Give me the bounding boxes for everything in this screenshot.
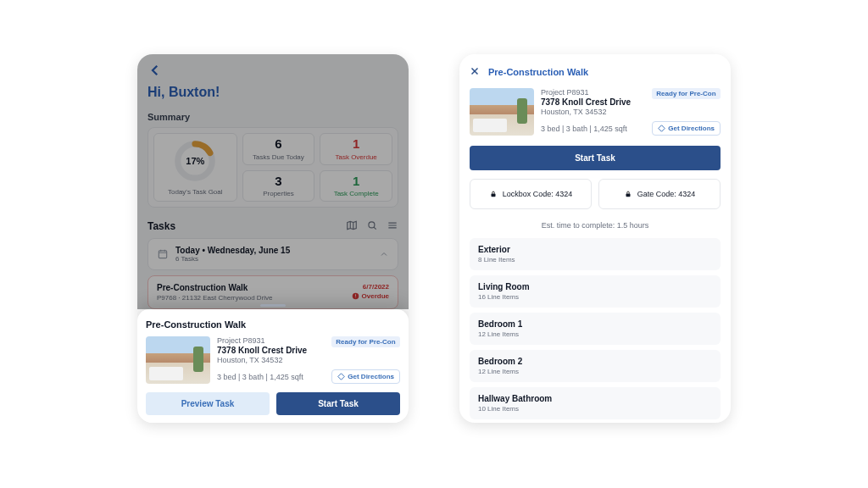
room-items: 8 Line Items [478,256,712,263]
close-icon [470,66,480,76]
room-items: 16 Line Items [478,293,712,301]
room-item[interactable]: Hallway Bathroom 10 Line Items [470,387,721,419]
svg-line-6 [374,227,376,230]
room-item[interactable]: Exterior 8 Line Items [470,238,721,270]
address: 7378 Knoll Crest Drive [541,97,645,107]
svg-point-5 [369,222,375,228]
metric-overdue-label: Task Overdue [335,153,376,161]
calendar-icon [157,248,169,260]
lockbox-code-card: Lockbox Code: 4324 [470,179,592,209]
goal-gauge: 17% Today's Task Goal [153,133,237,202]
est-time: Est. time to complete: 1.5 hours [470,221,721,230]
metric-tasks-due-value: 6 [275,137,281,152]
start-task-button[interactable]: Start Task [276,392,400,415]
sheet-title: Pre-Construction Walk [146,319,400,330]
search-icon[interactable] [366,219,378,233]
lock-icon [624,190,632,198]
metric-properties: 3 Properties [242,170,315,202]
task-item-sub: P9768 · 21132 East Cherrywood Drive [157,294,273,302]
room-name: Exterior [478,245,712,254]
metric-complete: 1 Task Complete [320,170,392,202]
metric-tasks-due: 6 Tasks Due Today [242,133,315,165]
list-icon[interactable] [387,219,398,233]
task-item-badge: Overdue [362,292,389,300]
goal-label: Today's Task Goal [168,188,223,196]
phone-left: Hi, Buxton! Summary 17% Today's Task Goa… [137,54,409,423]
task-item-title: Pre-Construction Walk [157,283,273,292]
property-thumbnail [146,336,210,384]
gate-code-text: Gate Code: 4324 [637,190,696,198]
svg-marker-17 [338,374,345,380]
metric-complete-value: 1 [353,175,359,189]
directions-icon [337,373,345,380]
task-item-date: 6/7/2022 [352,283,389,291]
date-card[interactable]: Today • Wednesday, June 15 6 Tasks [147,238,398,270]
city-state: Houston, TX 34532 [541,108,645,116]
room-items: 12 Line Items [478,330,712,338]
date-line-2: 6 Tasks [175,255,290,263]
metric-tasks-due-label: Tasks Due Today [253,153,304,161]
room-name: Living Room [478,282,712,291]
preview-task-button[interactable]: Preview Task [146,392,270,415]
city-state: Houston, TX 34532 [217,356,325,364]
summary-title: Summary [147,112,398,122]
goal-percent: 17% [173,139,217,183]
chevron-left-icon [147,63,163,78]
close-button[interactable] [470,64,480,80]
svg-rect-22 [626,194,630,197]
greeting: Hi, Buxton! [147,85,398,100]
project-id: Project P8931 [541,88,645,97]
address: 7378 Knoll Crest Drive [217,346,325,355]
map-icon[interactable] [346,219,358,233]
svg-marker-2 [348,221,357,229]
metric-overdue: 1 Task Overdue [320,133,392,165]
back-button[interactable] [147,63,398,80]
metric-properties-label: Properties [263,190,293,197]
bottom-sheet: Pre-Construction Walk Project P8931 7378… [137,309,409,423]
status-chip: Ready for Pre-Con [652,88,720,99]
metric-overdue-value: 1 [353,137,359,152]
room-item[interactable]: Living Room 16 Line Items [470,275,721,308]
status-chip: Ready for Pre-Con [331,336,399,347]
svg-marker-20 [659,125,665,132]
lockbox-code-text: Lockbox Code: 4324 [503,190,573,198]
room-name: Bedroom 1 [478,319,712,329]
get-directions-label: Get Directions [348,373,394,380]
get-directions-button[interactable]: Get Directions [652,121,721,136]
directions-icon [658,125,665,132]
get-directions-button[interactable]: Get Directions [331,369,400,384]
room-item[interactable]: Bedroom 2 12 Line Items [470,350,721,382]
summary-box: 17% Today's Task Goal 6 Tasks Due Today … [147,127,398,208]
phone-right: Pre-Construction Walk Project P8931 7378… [459,54,731,423]
dimmed-background: Hi, Buxton! Summary 17% Today's Task Goa… [137,54,409,309]
room-list: Exterior 8 Line Items Living Room 16 Lin… [470,238,721,419]
svg-rect-15 [355,294,356,297]
room-name: Hallway Bathroom [478,394,712,403]
gate-code-card: Gate Code: 4324 [598,179,721,209]
room-name: Bedroom 2 [478,357,712,366]
alert-icon [352,292,359,300]
svg-rect-10 [159,251,166,258]
tasks-title: Tasks [147,220,175,232]
metric-complete-label: Task Complete [334,190,379,197]
room-items: 10 Line Items [478,405,712,413]
get-directions-label: Get Directions [668,125,715,132]
room-item[interactable]: Bedroom 1 12 Line Items [470,313,721,345]
drag-handle[interactable] [260,304,286,307]
specs: 3 bed | 3 bath | 1,425 sqft [217,373,325,381]
lock-icon [489,190,498,198]
specs: 3 bed | 3 bath | 1,425 sqft [541,125,645,133]
start-task-button[interactable]: Start Task [470,146,721,170]
project-id: Project P8931 [217,336,325,345]
room-items: 12 Line Items [478,368,712,375]
chevron-up-icon [379,249,389,259]
metric-properties-value: 3 [275,175,281,189]
date-line-1: Today • Wednesday, June 15 [175,246,290,255]
property-thumbnail [470,88,534,136]
page-title: Pre-Construction Walk [488,67,588,77]
svg-rect-21 [491,194,495,197]
svg-rect-16 [355,297,356,298]
